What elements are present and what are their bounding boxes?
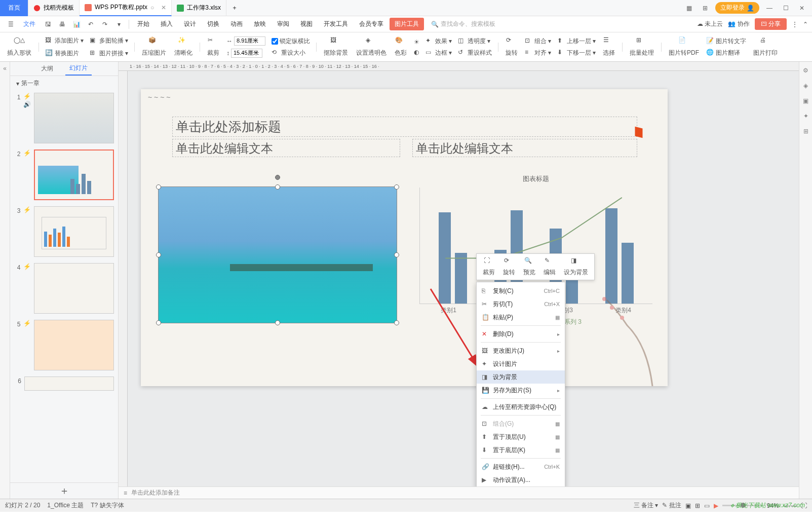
menu-image-tools[interactable]: 图片工具	[390, 18, 424, 30]
lock-ratio-checkbox[interactable]: 锁定纵横比	[269, 36, 312, 47]
menu-icon[interactable]: ☰	[4, 18, 17, 31]
to-text-button[interactable]: 📝图片转文字	[704, 36, 748, 47]
transparency-button[interactable]: ◫透明度▾	[456, 36, 494, 47]
to-pdf-button[interactable]: 📄图片转PDF	[666, 36, 702, 57]
menu-animation[interactable]: 动画	[225, 18, 248, 30]
text-placeholder-2[interactable]: 单击此处编辑文本	[412, 139, 637, 157]
dropdown-icon[interactable]: ▾	[112, 18, 126, 31]
remark-toggle[interactable]: 三 备注 ▾	[634, 501, 659, 510]
float-preview-button[interactable]: 🔍预览	[519, 256, 539, 278]
grid-icon[interactable]: ▦	[683, 2, 695, 14]
ctx-hyperlink[interactable]: 🔗超链接(H)...Ctrl+K	[477, 460, 565, 473]
height-input[interactable]: ↕	[224, 48, 267, 59]
slide-thumb-3[interactable]	[34, 206, 114, 257]
align-button[interactable]: ≡对齐▾	[523, 48, 553, 58]
apps-icon[interactable]: ⊞	[699, 2, 711, 14]
contrast-button[interactable]: ◐	[412, 48, 421, 57]
tab-xlsx-file[interactable]: 工作簿3.xlsx	[172, 0, 226, 16]
ctx-action[interactable]: ▶动作设置(A)...	[477, 473, 565, 486]
menu-design[interactable]: 设计	[179, 18, 201, 30]
replace-image-button[interactable]: 🔄替换图片	[43, 48, 86, 59]
menu-insert[interactable]: 插入	[156, 18, 178, 30]
ctx-save-as-image[interactable]: 💾另存为图片(S)▸	[477, 384, 565, 397]
add-slide-button[interactable]: ＋	[10, 482, 118, 499]
menu-member[interactable]: 会员专享	[354, 18, 389, 30]
tab-ppt-file[interactable]: WPS PPT教程.pptx ○ ✕	[80, 0, 172, 16]
rotate-handle[interactable]	[275, 175, 280, 180]
sidebar-collapse-button[interactable]: «	[0, 62, 10, 499]
maximize-icon[interactable]: ☐	[780, 2, 792, 14]
chapter-header[interactable]: ▾ 第一章	[10, 76, 118, 91]
float-setbg-button[interactable]: ◨设为背景	[560, 256, 592, 278]
ctx-set-background[interactable]: ◨设为背景	[477, 370, 565, 384]
more-icon[interactable]: ⋮	[792, 21, 798, 28]
slide-canvas[interactable]: ~ ~ ~ ~ 单击此处添加标题 单击此处编辑文本 单击此处编辑文本 图表标题	[141, 89, 668, 386]
slide-thumb-2[interactable]	[34, 149, 114, 200]
set-transparent-button[interactable]: ◈设置透明色	[353, 36, 390, 57]
selected-image[interactable]	[158, 186, 397, 323]
sharpen-button[interactable]: ✨清晰化	[171, 36, 196, 57]
batch-button[interactable]: ⊞批量处理	[627, 36, 657, 57]
minimize-icon[interactable]: —	[763, 2, 776, 14]
missing-font-button[interactable]: T? 缺失字体	[91, 501, 124, 510]
slide-thumb-4[interactable]	[34, 263, 114, 314]
collapse-ribbon-icon[interactable]: ⌃	[803, 21, 808, 28]
reset-style-button[interactable]: ↺重设样式	[456, 48, 494, 58]
cloud-status[interactable]: ☁ 未上云	[697, 20, 723, 28]
preview-icon[interactable]: 📊	[70, 18, 83, 31]
ctx-send-back[interactable]: ⬇置于底层(K)▦	[477, 443, 565, 457]
effects-button[interactable]: ✦效果▾	[423, 36, 454, 47]
view-reading-icon[interactable]: ▭	[704, 502, 710, 509]
view-sorter-icon[interactable]: ⊞	[695, 502, 700, 509]
add-image-button[interactable]: 🖼添加图片▾	[43, 35, 86, 46]
ctx-bring-front[interactable]: ⬆置于顶层(U)▦	[477, 430, 565, 443]
border-button[interactable]: ▭边框▾	[423, 48, 454, 58]
remove-bg-button[interactable]: 🖼抠除背景	[321, 36, 351, 57]
menu-start[interactable]: 开始	[132, 18, 154, 30]
login-button[interactable]: 立即登录👤	[715, 2, 759, 14]
coop-button[interactable]: 👥 协作	[728, 20, 749, 28]
outline-tab[interactable]: 大纲	[37, 62, 57, 75]
menu-slideshow[interactable]: 放映	[249, 18, 271, 30]
new-tab-button[interactable]: ＋	[226, 0, 243, 16]
tab-home[interactable]: 首页	[0, 0, 28, 16]
comment-toggle[interactable]: ✎ 批注	[662, 501, 681, 510]
slide-thumb-5[interactable]	[34, 320, 114, 370]
save-icon[interactable]: 🖫	[42, 18, 55, 31]
move-up-button[interactable]: ⬆上移一层▾	[555, 36, 598, 47]
image-stitch-button[interactable]: ⊞图片拼接▾	[88, 48, 130, 59]
insert-shape-button[interactable]: ◯△插入形状	[4, 36, 34, 57]
menu-devtools[interactable]: 开发工具	[319, 18, 353, 30]
colorize-button[interactable]: 🎨色彩	[392, 36, 410, 57]
move-down-button[interactable]: ⬇下移一层▾	[555, 48, 598, 58]
menu-view[interactable]: 视图	[295, 18, 318, 30]
undo-icon[interactable]: ↶	[84, 18, 97, 31]
ctx-copy[interactable]: ⎘复制(C)Ctrl+C	[477, 284, 565, 297]
ctx-cut[interactable]: ✂剪切(T)Ctrl+X	[477, 297, 565, 311]
crop-button[interactable]: ✂裁剪	[204, 36, 222, 57]
float-edit-button[interactable]: ✎编辑	[539, 256, 560, 278]
share-button[interactable]: ⮹ 分享	[755, 18, 787, 30]
compress-image-button[interactable]: 📦压缩图片	[139, 36, 169, 57]
translate-button[interactable]: 🌐图片翻译	[704, 48, 748, 58]
tool-icon-4[interactable]: ✦	[803, 113, 808, 120]
tab-dropdown-icon[interactable]: ○	[150, 4, 154, 11]
float-crop-button[interactable]: ⛶裁剪	[479, 256, 499, 278]
rotate-button[interactable]: ⟳旋转	[502, 36, 521, 57]
tab-templates[interactable]: 找稻壳模板	[28, 0, 80, 16]
text-placeholder-1[interactable]: 单击此处编辑文本	[172, 139, 400, 157]
slides-tab[interactable]: 幻灯片	[65, 62, 92, 76]
print-image-button[interactable]: 🖨图片打印	[750, 36, 781, 57]
width-input[interactable]: ↔	[224, 35, 267, 47]
tool-icon-2[interactable]: ◈	[803, 82, 808, 89]
ctx-upload[interactable]: ☁上传至稻壳资源中心(Q)	[477, 400, 565, 414]
title-placeholder[interactable]: 单击此处添加标题	[172, 117, 637, 137]
tool-icon-1[interactable]: ⚙	[803, 67, 808, 74]
tool-icon-5[interactable]: ⊞	[803, 128, 808, 135]
print-icon[interactable]: 🖶	[56, 18, 69, 31]
menu-transition[interactable]: 切换	[202, 18, 224, 30]
menu-review[interactable]: 审阅	[272, 18, 294, 30]
file-menu[interactable]: 文件	[18, 18, 41, 30]
search-input[interactable]: 🔍 查找命令、搜索模板	[431, 20, 495, 28]
slide-thumb-6[interactable]	[24, 377, 114, 391]
